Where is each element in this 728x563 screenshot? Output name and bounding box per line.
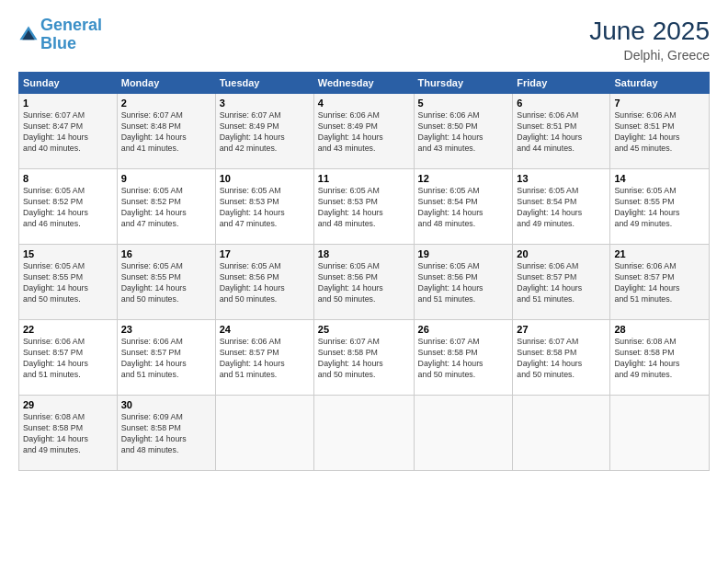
table-row — [215, 396, 313, 471]
day-info: Sunrise: 6:06 AM Sunset: 8:57 PM Dayligh… — [23, 337, 113, 381]
day-number: 12 — [418, 173, 509, 184]
table-row: 8Sunrise: 6:05 AM Sunset: 8:52 PM Daylig… — [19, 169, 118, 245]
day-info: Sunrise: 6:06 AM Sunset: 8:57 PM Dayligh… — [220, 337, 310, 381]
day-info: Sunrise: 6:07 AM Sunset: 8:49 PM Dayligh… — [220, 110, 310, 155]
table-row: 30Sunrise: 6:09 AM Sunset: 8:58 PM Dayli… — [117, 396, 215, 471]
table-row — [513, 396, 610, 471]
week-row-1: 1Sunrise: 6:07 AM Sunset: 8:47 PM Daylig… — [19, 94, 710, 169]
day-info: Sunrise: 6:05 AM Sunset: 8:53 PM Dayligh… — [220, 186, 310, 230]
day-info: Sunrise: 6:07 AM Sunset: 8:58 PM Dayligh… — [318, 337, 410, 381]
day-number: 3 — [220, 98, 310, 109]
location: Delphi, Greece — [589, 48, 710, 63]
table-row: 11Sunrise: 6:05 AM Sunset: 8:53 PM Dayli… — [313, 169, 414, 245]
day-number: 16 — [121, 248, 211, 259]
header-thursday: Thursday — [414, 73, 513, 94]
week-row-5: 29Sunrise: 6:08 AM Sunset: 8:58 PM Dayli… — [19, 396, 710, 471]
table-row: 10Sunrise: 6:05 AM Sunset: 8:53 PM Dayli… — [215, 169, 313, 245]
header-tuesday: Tuesday — [215, 73, 313, 94]
day-info: Sunrise: 6:08 AM Sunset: 8:58 PM Dayligh… — [614, 337, 705, 381]
table-row — [610, 396, 710, 471]
table-row: 22Sunrise: 6:06 AM Sunset: 8:57 PM Dayli… — [19, 320, 118, 396]
table-row: 16Sunrise: 6:05 AM Sunset: 8:55 PM Dayli… — [117, 245, 215, 320]
table-row: 21Sunrise: 6:06 AM Sunset: 8:57 PM Dayli… — [610, 245, 710, 320]
day-number: 21 — [614, 248, 705, 259]
calendar-page: GeneralBlue June 2025 Delphi, Greece Sun… — [0, 0, 728, 563]
logo-icon — [18, 25, 39, 45]
table-row: 19Sunrise: 6:05 AM Sunset: 8:56 PM Dayli… — [414, 245, 513, 320]
header-monday: Monday — [117, 73, 215, 94]
header-saturday: Saturday — [610, 73, 710, 94]
calendar-table: Sunday Monday Tuesday Wednesday Thursday… — [18, 72, 710, 471]
title-block: June 2025 Delphi, Greece — [589, 17, 710, 63]
week-row-2: 8Sunrise: 6:05 AM Sunset: 8:52 PM Daylig… — [19, 169, 710, 245]
day-info: Sunrise: 6:09 AM Sunset: 8:58 PM Dayligh… — [121, 412, 211, 456]
table-row: 12Sunrise: 6:05 AM Sunset: 8:54 PM Dayli… — [414, 169, 513, 245]
table-row: 9Sunrise: 6:05 AM Sunset: 8:52 PM Daylig… — [117, 169, 215, 245]
day-number: 25 — [318, 324, 410, 335]
table-row: 26Sunrise: 6:07 AM Sunset: 8:58 PM Dayli… — [414, 320, 513, 396]
day-number: 28 — [614, 324, 705, 335]
day-number: 29 — [23, 399, 113, 410]
table-row: 20Sunrise: 6:06 AM Sunset: 8:57 PM Dayli… — [513, 245, 610, 320]
week-row-3: 15Sunrise: 6:05 AM Sunset: 8:55 PM Dayli… — [19, 245, 710, 320]
day-info: Sunrise: 6:05 AM Sunset: 8:54 PM Dayligh… — [418, 186, 509, 230]
table-row: 13Sunrise: 6:05 AM Sunset: 8:54 PM Dayli… — [513, 169, 610, 245]
table-row: 14Sunrise: 6:05 AM Sunset: 8:55 PM Dayli… — [610, 169, 710, 245]
day-number: 5 — [418, 98, 509, 109]
day-number: 8 — [23, 173, 113, 184]
logo: GeneralBlue — [18, 17, 102, 53]
day-info: Sunrise: 6:05 AM Sunset: 8:55 PM Dayligh… — [614, 186, 705, 230]
day-info: Sunrise: 6:07 AM Sunset: 8:58 PM Dayligh… — [418, 337, 509, 381]
day-info: Sunrise: 6:06 AM Sunset: 8:57 PM Dayligh… — [121, 337, 211, 381]
table-row: 3Sunrise: 6:07 AM Sunset: 8:49 PM Daylig… — [215, 94, 313, 169]
day-info: Sunrise: 6:05 AM Sunset: 8:56 PM Dayligh… — [220, 261, 310, 305]
day-number: 1 — [23, 98, 113, 109]
header-friday: Friday — [513, 73, 610, 94]
table-row: 23Sunrise: 6:06 AM Sunset: 8:57 PM Dayli… — [117, 320, 215, 396]
day-info: Sunrise: 6:08 AM Sunset: 8:58 PM Dayligh… — [23, 412, 113, 456]
day-number: 6 — [517, 98, 606, 109]
day-number: 30 — [121, 399, 211, 410]
day-number: 26 — [418, 324, 509, 335]
day-number: 13 — [517, 173, 606, 184]
day-info: Sunrise: 6:05 AM Sunset: 8:52 PM Dayligh… — [23, 186, 113, 230]
header-wednesday: Wednesday — [313, 73, 414, 94]
month-year: June 2025 — [589, 17, 710, 46]
day-number: 11 — [318, 173, 410, 184]
table-row: 4Sunrise: 6:06 AM Sunset: 8:49 PM Daylig… — [313, 94, 414, 169]
day-number: 27 — [517, 324, 606, 335]
table-row: 1Sunrise: 6:07 AM Sunset: 8:47 PM Daylig… — [19, 94, 118, 169]
table-row: 24Sunrise: 6:06 AM Sunset: 8:57 PM Dayli… — [215, 320, 313, 396]
day-info: Sunrise: 6:05 AM Sunset: 8:55 PM Dayligh… — [23, 261, 113, 305]
day-number: 10 — [220, 173, 310, 184]
week-row-4: 22Sunrise: 6:06 AM Sunset: 8:57 PM Dayli… — [19, 320, 710, 396]
day-info: Sunrise: 6:05 AM Sunset: 8:55 PM Dayligh… — [121, 261, 211, 305]
table-row: 7Sunrise: 6:06 AM Sunset: 8:51 PM Daylig… — [610, 94, 710, 169]
weekday-header-row: Sunday Monday Tuesday Wednesday Thursday… — [19, 73, 710, 94]
table-row: 28Sunrise: 6:08 AM Sunset: 8:58 PM Dayli… — [610, 320, 710, 396]
day-number: 18 — [318, 248, 410, 259]
table-row: 6Sunrise: 6:06 AM Sunset: 8:51 PM Daylig… — [513, 94, 610, 169]
day-info: Sunrise: 6:05 AM Sunset: 8:56 PM Dayligh… — [418, 261, 509, 305]
day-number: 15 — [23, 248, 113, 259]
day-info: Sunrise: 6:06 AM Sunset: 8:50 PM Dayligh… — [418, 110, 509, 155]
day-info: Sunrise: 6:05 AM Sunset: 8:52 PM Dayligh… — [121, 186, 211, 230]
day-number: 7 — [614, 98, 705, 109]
day-info: Sunrise: 6:07 AM Sunset: 8:47 PM Dayligh… — [23, 110, 113, 155]
header: GeneralBlue June 2025 Delphi, Greece — [18, 17, 710, 63]
day-number: 24 — [220, 324, 310, 335]
table-row: 18Sunrise: 6:05 AM Sunset: 8:56 PM Dayli… — [313, 245, 414, 320]
header-sunday: Sunday — [19, 73, 118, 94]
table-row: 5Sunrise: 6:06 AM Sunset: 8:50 PM Daylig… — [414, 94, 513, 169]
day-info: Sunrise: 6:07 AM Sunset: 8:58 PM Dayligh… — [517, 337, 606, 381]
day-number: 22 — [23, 324, 113, 335]
day-info: Sunrise: 6:07 AM Sunset: 8:48 PM Dayligh… — [121, 110, 211, 155]
table-row: 2Sunrise: 6:07 AM Sunset: 8:48 PM Daylig… — [117, 94, 215, 169]
day-info: Sunrise: 6:05 AM Sunset: 8:54 PM Dayligh… — [517, 186, 606, 230]
day-info: Sunrise: 6:05 AM Sunset: 8:53 PM Dayligh… — [318, 186, 410, 230]
day-info: Sunrise: 6:06 AM Sunset: 8:49 PM Dayligh… — [318, 110, 410, 155]
day-number: 2 — [121, 98, 211, 109]
day-info: Sunrise: 6:06 AM Sunset: 8:51 PM Dayligh… — [614, 110, 705, 155]
day-info: Sunrise: 6:06 AM Sunset: 8:57 PM Dayligh… — [517, 261, 606, 305]
day-number: 20 — [517, 248, 606, 259]
